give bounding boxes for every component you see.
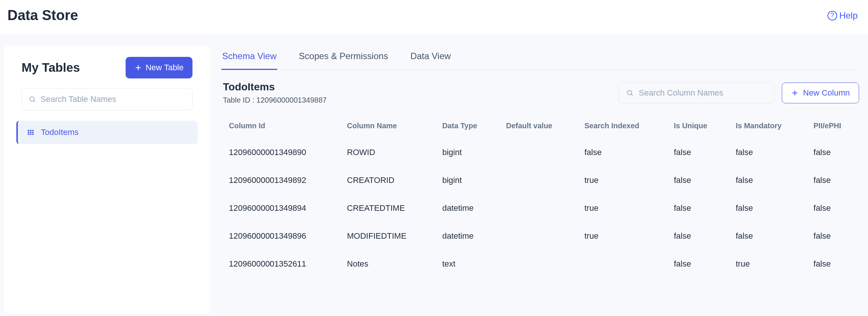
cell-id: 12096000001349890 — [221, 139, 340, 167]
cell-pii: false — [806, 194, 861, 222]
new-column-button[interactable]: New Column — [782, 83, 859, 103]
cell-unique: false — [666, 167, 728, 194]
table-row[interactable]: 12096000001349890ROWIDbigintfalsefalsefa… — [221, 139, 861, 167]
cell-indexed: true — [577, 167, 667, 194]
header-actions: New Column — [618, 83, 859, 103]
cell-unique: false — [666, 222, 728, 250]
cell-id: 12096000001349896 — [221, 222, 340, 250]
cell-name: MODIFIEDTIME — [340, 222, 435, 250]
tab-schema-view[interactable]: Schema View — [221, 46, 277, 70]
cell-unique: false — [666, 194, 728, 222]
cell-indexed — [577, 250, 667, 278]
table-header-row: Column Id Column Name Data Type Default … — [221, 113, 861, 139]
th-is-mandatory: Is Mandatory — [728, 113, 806, 139]
svg-rect-7 — [28, 132, 29, 133]
plus-icon — [791, 89, 799, 97]
cell-name: CREATORID — [340, 167, 435, 194]
cell-id: 12096000001352611 — [221, 250, 340, 278]
svg-rect-12 — [32, 133, 33, 135]
cell-id: 12096000001349892 — [221, 167, 340, 194]
sidebar-header: My Tables New Table — [10, 57, 204, 78]
help-link[interactable]: ? Help — [827, 10, 858, 21]
table-row[interactable]: 12096000001349892CREATORIDbiginttruefals… — [221, 167, 861, 194]
cell-pii: false — [806, 167, 861, 194]
plus-icon — [135, 64, 142, 71]
search-icon — [29, 96, 36, 103]
column-search[interactable] — [618, 83, 774, 103]
table-row[interactable]: 12096000001349896MODIFIEDTIMEdatetimetru… — [221, 222, 861, 250]
sidebar-item-todoitems[interactable]: TodoItems — [16, 121, 198, 144]
search-icon — [626, 89, 634, 97]
columns-table: Column Id Column Name Data Type Default … — [221, 113, 861, 278]
table-meta: TodoItems Table ID : 12096000001349887 — [223, 81, 327, 104]
cell-pii: false — [806, 250, 861, 278]
tab-data-view[interactable]: Data View — [409, 46, 451, 70]
cell-default — [499, 250, 577, 278]
table-icon — [27, 129, 35, 136]
table-row[interactable]: 12096000001352611Notestextfalsetruefalse — [221, 250, 861, 278]
sidebar-item-label: TodoItems — [41, 128, 79, 137]
th-data-type: Data Type — [435, 113, 499, 139]
cell-indexed: true — [577, 194, 667, 222]
cell-indexed: true — [577, 222, 667, 250]
svg-point-2 — [30, 97, 34, 101]
svg-line-14 — [631, 94, 633, 96]
sidebar-search[interactable] — [22, 88, 192, 110]
cell-indexed: false — [577, 139, 667, 167]
table-id: Table ID : 12096000001349887 — [223, 96, 327, 104]
svg-rect-9 — [32, 132, 33, 133]
svg-rect-5 — [30, 130, 32, 131]
cell-default — [499, 167, 577, 194]
page-title: Data Store — [7, 7, 78, 23]
svg-line-3 — [34, 101, 35, 102]
tab-scopes-permissions[interactable]: Scopes & Permissions — [298, 46, 389, 70]
th-pii: PII/ePHI — [806, 113, 861, 139]
cell-type: bigint — [435, 167, 499, 194]
cell-name: CREATEDTIME — [340, 194, 435, 222]
cell-id: 12096000001349894 — [221, 194, 340, 222]
svg-rect-8 — [30, 132, 32, 133]
cell-name: Notes — [340, 250, 435, 278]
th-column-id: Column Id — [221, 113, 340, 139]
help-icon: ? — [827, 11, 837, 20]
new-column-label: New Column — [803, 88, 850, 98]
cell-mandatory: false — [728, 167, 806, 194]
cell-mandatory: false — [728, 222, 806, 250]
cell-type: datetime — [435, 222, 499, 250]
cell-pii: false — [806, 139, 861, 167]
cell-type: bigint — [435, 139, 499, 167]
sidebar-title: My Tables — [22, 61, 80, 75]
table-row[interactable]: 12096000001349894CREATEDTIMEdatetimetrue… — [221, 194, 861, 222]
column-search-input[interactable] — [639, 88, 767, 98]
sidebar: My Tables New Table TodoItems — [4, 46, 210, 313]
table-name: TodoItems — [223, 81, 327, 93]
new-table-button[interactable]: New Table — [126, 57, 192, 78]
th-column-name: Column Name — [340, 113, 435, 139]
tabs: Schema View Scopes & Permissions Data Vi… — [221, 46, 861, 70]
cell-mandatory: false — [728, 194, 806, 222]
cell-default — [499, 139, 577, 167]
th-is-unique: Is Unique — [666, 113, 728, 139]
cell-type: text — [435, 250, 499, 278]
cell-type: datetime — [435, 194, 499, 222]
cell-unique: false — [666, 139, 728, 167]
cell-unique: false — [666, 250, 728, 278]
main-content: Schema View Scopes & Permissions Data Vi… — [210, 46, 864, 278]
sidebar-search-input[interactable] — [41, 94, 185, 104]
cell-mandatory: true — [728, 250, 806, 278]
cell-mandatory: false — [728, 139, 806, 167]
svg-rect-11 — [30, 133, 32, 135]
app-body: My Tables New Table TodoItems Schema Vie… — [0, 35, 868, 316]
svg-rect-10 — [28, 133, 29, 135]
th-default-value: Default value — [499, 113, 577, 139]
new-table-label: New Table — [146, 63, 184, 72]
svg-rect-4 — [28, 130, 29, 131]
svg-rect-6 — [32, 130, 33, 131]
svg-point-13 — [627, 90, 632, 95]
cell-default — [499, 222, 577, 250]
cell-name: ROWID — [340, 139, 435, 167]
th-search-indexed: Search Indexed — [577, 113, 667, 139]
cell-default — [499, 194, 577, 222]
table-header-row: TodoItems Table ID : 12096000001349887 N… — [221, 70, 861, 113]
topbar: Data Store ? Help — [0, 0, 868, 35]
